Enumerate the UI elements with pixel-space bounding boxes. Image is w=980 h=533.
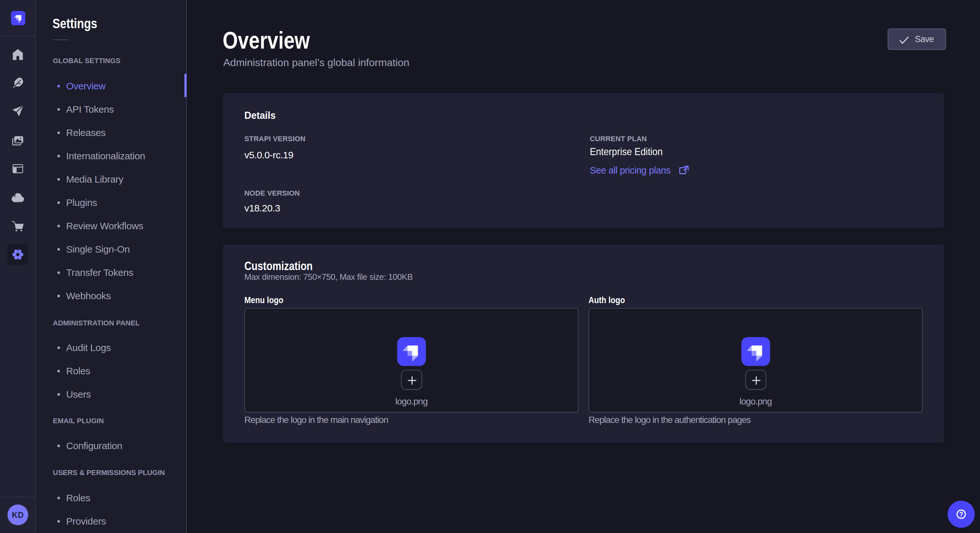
svg-text:?: ? [959,511,963,518]
